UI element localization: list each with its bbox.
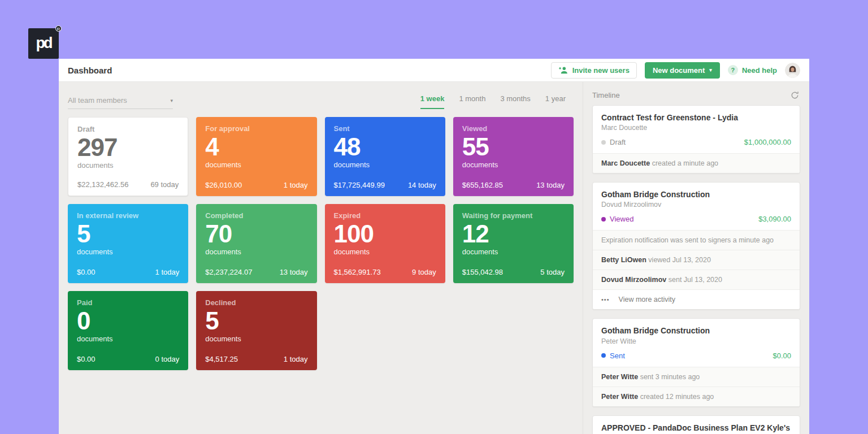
card-label: Declined xyxy=(205,298,307,307)
view-more-activity-button[interactable]: ••• View more activity xyxy=(593,289,800,309)
card-label: Viewed xyxy=(462,124,565,133)
card-amount: $22,132,462.56 xyxy=(77,180,128,189)
card-today: 1 today xyxy=(284,181,308,189)
tab-1-year[interactable]: 1 year xyxy=(545,94,566,109)
card-amount: $2,237,224.07 xyxy=(205,268,252,276)
card-label: Sent xyxy=(334,124,436,133)
timeline-item[interactable]: Gotham Bridge Construction Peter Witte S… xyxy=(592,318,800,406)
document-owner: Dovud Mirzoolimov xyxy=(601,201,791,209)
card-label: Completed xyxy=(205,211,307,220)
status-cards-grid: Draft 297 documents $22,132,462.5669 tod… xyxy=(68,117,574,370)
card-amount: $155,042.98 xyxy=(462,268,503,276)
status-card-declined[interactable]: Declined 5 documents $4,517.251 today xyxy=(196,291,316,370)
card-unit: documents xyxy=(77,335,179,343)
card-amount: $655,162.85 xyxy=(462,181,503,189)
timeline-panel: Timeline Contract Test for Greenstone - … xyxy=(583,82,809,434)
status-card-paid[interactable]: Paid 0 documents $0.000 today xyxy=(68,291,188,370)
status-dot xyxy=(601,217,606,222)
document-owner: Peter Witte xyxy=(601,337,791,345)
avatar-image xyxy=(785,63,800,78)
card-label: In external review xyxy=(77,211,179,220)
activity-row: Peter Witte created 12 minutes ago xyxy=(593,387,800,406)
document-amount: $0.00 xyxy=(772,351,791,360)
card-unit: documents xyxy=(334,248,436,256)
tab-1-month[interactable]: 1 month xyxy=(459,94,485,109)
refresh-icon xyxy=(791,91,799,99)
card-unit: documents xyxy=(205,335,307,343)
new-document-button[interactable]: New document ▾ xyxy=(645,62,720,79)
card-count: 4 xyxy=(205,134,307,160)
card-unit: documents xyxy=(334,160,436,169)
card-count: 0 xyxy=(77,309,179,334)
need-help-button[interactable]: ? Need help xyxy=(728,65,777,75)
pandadoc-logo-glyph: pd xyxy=(36,34,51,52)
view-more-activity-label: View more activity xyxy=(619,296,676,303)
status-card-completed[interactable]: Completed 70 documents $2,237,224.0713 t… xyxy=(196,204,316,283)
card-count: 297 xyxy=(77,135,179,160)
card-count: 100 xyxy=(334,222,436,247)
card-amount: $26,010.00 xyxy=(205,181,242,189)
tab-1-week[interactable]: 1 week xyxy=(420,94,445,109)
card-today: 14 today xyxy=(408,181,436,189)
card-label: Expired xyxy=(334,211,436,220)
registered-trademark-icon: R xyxy=(55,25,62,32)
card-today: 13 today xyxy=(536,181,565,189)
card-today: 13 today xyxy=(280,268,308,276)
timeline-item[interactable]: APPROVED - PandaDoc Business Plan EV2 Ky… xyxy=(592,415,800,434)
user-avatar[interactable] xyxy=(785,63,800,78)
card-today: 5 today xyxy=(540,268,565,276)
status-card-draft[interactable]: Draft 297 documents $22,132,462.5669 tod… xyxy=(68,117,188,196)
page-title: Dashboard xyxy=(68,66,112,75)
card-count: 55 xyxy=(462,134,565,160)
app-header: Dashboard Invite new users New document … xyxy=(59,59,809,82)
card-today: 0 today xyxy=(155,355,180,363)
timeline-item[interactable]: Contract Test for Greenstone - Lydia Mar… xyxy=(592,105,800,173)
timeline-item[interactable]: Gotham Bridge Construction Dovud Mirzool… xyxy=(592,182,800,310)
card-unit: documents xyxy=(462,248,565,256)
document-title: Gotham Bridge Construction xyxy=(601,189,791,199)
period-tabs: 1 week 1 month 3 months 1 year xyxy=(420,94,574,109)
status-card-in-external-review[interactable]: In external review 5 documents $0.001 to… xyxy=(68,204,188,283)
team-members-select[interactable]: All team members ▾ xyxy=(68,96,173,109)
new-document-label: New document xyxy=(653,66,705,75)
status-label: Sent xyxy=(610,351,625,360)
card-unit: documents xyxy=(462,160,565,169)
card-amount: $17,725,449.99 xyxy=(334,181,385,189)
refresh-button[interactable] xyxy=(791,91,799,99)
activity-row: Peter Witte sent 3 minutes ago xyxy=(593,367,800,387)
card-label: Draft xyxy=(77,125,179,133)
document-title: Gotham Bridge Construction xyxy=(601,326,791,336)
card-label: Paid xyxy=(77,298,179,307)
tab-3-months[interactable]: 3 months xyxy=(500,94,530,109)
card-count: 5 xyxy=(77,222,179,247)
status-label: Viewed xyxy=(610,215,633,223)
status-card-for-approval[interactable]: For approval 4 documents $26,010.001 tod… xyxy=(196,117,316,196)
status-card-sent[interactable]: Sent 48 documents $17,725,449.9914 today xyxy=(325,117,445,196)
document-owner: Marc Doucette xyxy=(601,124,791,132)
card-count: 12 xyxy=(462,222,565,247)
card-amount: $0.00 xyxy=(77,268,96,276)
status-label: Draft xyxy=(610,138,626,146)
card-unit: documents xyxy=(77,161,179,170)
chevron-down-icon: ▾ xyxy=(709,67,712,73)
status-dot xyxy=(601,353,606,358)
card-unit: documents xyxy=(205,248,307,256)
status-card-viewed[interactable]: Viewed 55 documents $655,162.8513 today xyxy=(453,117,574,196)
card-amount: $1,562,991.73 xyxy=(334,268,381,276)
card-label: Waiting for payment xyxy=(462,211,565,220)
question-mark-icon: ? xyxy=(728,65,738,75)
add-user-icon xyxy=(558,66,568,74)
card-label: For approval xyxy=(205,124,307,133)
app-window: Dashboard Invite new users New document … xyxy=(59,59,809,434)
status-card-waiting-for-payment[interactable]: Waiting for payment 12 documents $155,04… xyxy=(453,204,574,283)
card-count: 48 xyxy=(334,134,436,160)
invite-new-users-button[interactable]: Invite new users xyxy=(551,62,637,79)
invite-new-users-label: Invite new users xyxy=(572,66,630,75)
document-amount: $1,000,000.00 xyxy=(744,138,791,146)
activity-row: Expiration notification was sent to sign… xyxy=(593,230,800,250)
status-card-expired[interactable]: Expired 100 documents $1,562,991.739 tod… xyxy=(325,204,445,283)
activity-row: Dovud Mirzoolimov sent Jul 13, 2020 xyxy=(593,270,800,289)
card-today: 69 today xyxy=(150,180,179,189)
chevron-down-icon: ▾ xyxy=(170,98,173,103)
activity-row: Marc Doucette created a minute ago xyxy=(593,153,800,173)
